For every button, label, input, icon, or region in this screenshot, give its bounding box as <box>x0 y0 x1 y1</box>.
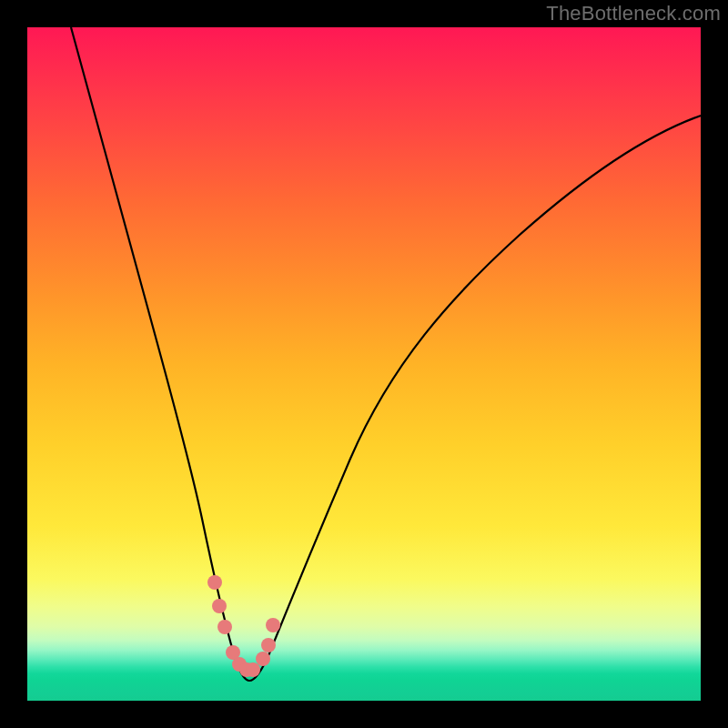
bottleneck-curve-path <box>71 27 701 681</box>
marker-dot <box>266 618 280 632</box>
marker-dot <box>256 652 270 666</box>
marker-dot <box>217 620 232 634</box>
curve-svg <box>27 27 701 701</box>
marker-dot <box>207 575 222 590</box>
marker-dot <box>246 662 260 677</box>
marker-dot <box>212 599 227 613</box>
marker-dot <box>261 638 276 652</box>
chart-frame: TheBottleneck.com <box>0 0 728 728</box>
plot-area <box>27 27 701 701</box>
watermark-text: TheBottleneck.com <box>546 2 721 25</box>
